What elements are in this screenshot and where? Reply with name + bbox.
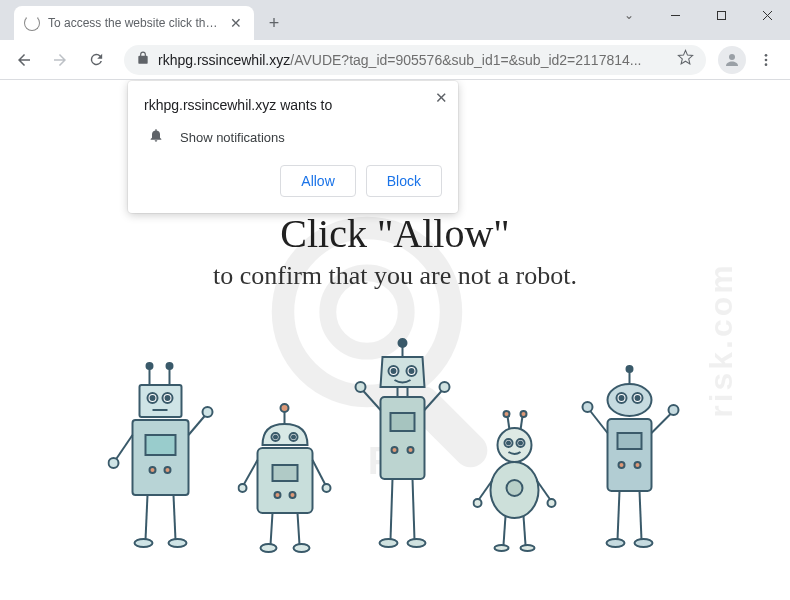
allow-button[interactable]: Allow [280, 165, 355, 197]
svg-point-78 [507, 442, 510, 445]
svg-rect-61 [391, 413, 415, 431]
svg-point-27 [109, 458, 119, 468]
browser-tab[interactable]: To access the website click the "A ✕ [14, 6, 254, 40]
url-text: rkhpg.rssincewhil.xyz/AVUDE?tag_id=90557… [158, 52, 669, 68]
svg-line-48 [271, 513, 273, 545]
svg-line-102 [590, 410, 608, 433]
svg-point-45 [239, 484, 247, 492]
svg-line-64 [363, 390, 381, 410]
kebab-menu-icon[interactable] [750, 44, 782, 76]
close-tab-icon[interactable]: ✕ [228, 15, 244, 31]
browser-toolbar: rkhpg.rssincewhil.xyz/AVUDE?tag_id=90557… [0, 40, 790, 80]
svg-point-5 [765, 54, 768, 57]
bell-icon [148, 127, 164, 147]
svg-line-108 [640, 491, 642, 540]
svg-line-74 [521, 416, 523, 430]
svg-point-109 [635, 539, 653, 547]
svg-line-30 [146, 495, 148, 540]
profile-avatar-button[interactable] [718, 46, 746, 74]
svg-point-55 [392, 369, 396, 373]
new-tab-button[interactable]: + [260, 9, 288, 37]
svg-point-80 [519, 442, 522, 445]
svg-line-104 [652, 413, 672, 433]
svg-point-51 [294, 544, 310, 552]
svg-point-18 [151, 396, 155, 400]
svg-point-67 [440, 382, 450, 392]
svg-rect-98 [608, 419, 652, 491]
svg-point-29 [203, 407, 213, 417]
svg-point-84 [474, 499, 482, 507]
robot-2-icon [238, 400, 333, 560]
svg-rect-23 [146, 435, 176, 455]
svg-line-44 [244, 460, 258, 485]
svg-point-4 [729, 54, 735, 60]
svg-rect-41 [273, 465, 298, 481]
tab-dropdown-icon[interactable]: ⌄ [606, 0, 652, 30]
svg-line-26 [116, 435, 133, 460]
svg-line-46 [313, 460, 326, 485]
svg-point-25 [165, 467, 171, 473]
svg-line-106 [618, 491, 620, 540]
svg-point-52 [399, 339, 407, 347]
svg-point-82 [507, 480, 523, 496]
block-button[interactable]: Block [366, 165, 442, 197]
window-titlebar: To access the website click the "A ✕ + ⌄ [0, 0, 790, 40]
svg-line-66 [425, 390, 443, 410]
svg-point-42 [275, 492, 281, 498]
svg-rect-1 [717, 11, 725, 19]
svg-point-34 [281, 404, 289, 412]
svg-point-49 [261, 544, 277, 552]
svg-point-88 [495, 545, 509, 551]
svg-point-20 [166, 396, 170, 400]
svg-point-62 [392, 447, 398, 453]
svg-point-15 [167, 363, 173, 369]
maximize-button[interactable] [698, 0, 744, 30]
svg-point-103 [583, 402, 593, 412]
lock-icon [136, 51, 150, 69]
svg-point-39 [292, 436, 295, 439]
svg-point-43 [290, 492, 296, 498]
svg-point-93 [608, 384, 652, 416]
robot-3-icon [353, 335, 453, 560]
svg-point-73 [504, 411, 510, 417]
svg-point-65 [356, 382, 366, 392]
svg-point-7 [765, 63, 768, 66]
bookmark-star-icon[interactable] [677, 49, 694, 70]
robot-1-icon [108, 360, 218, 560]
close-dialog-icon[interactable]: ✕ [435, 89, 448, 107]
svg-rect-99 [618, 433, 642, 449]
svg-point-33 [169, 539, 187, 547]
svg-point-95 [620, 396, 624, 400]
svg-line-70 [413, 479, 415, 540]
svg-point-107 [607, 539, 625, 547]
svg-point-90 [521, 545, 535, 551]
address-bar[interactable]: rkhpg.rssincewhil.xyz/AVUDE?tag_id=90557… [124, 45, 706, 75]
svg-point-86 [548, 499, 556, 507]
svg-line-28 [189, 415, 206, 435]
svg-line-87 [504, 516, 506, 545]
svg-point-71 [408, 539, 426, 547]
notification-permission-dialog: ✕ rkhpg.rssincewhil.xyz wants to Show no… [128, 81, 458, 213]
page-headline: Click "Allow" [0, 210, 790, 257]
svg-point-57 [410, 369, 414, 373]
svg-point-76 [498, 428, 532, 462]
permission-origin-text: rkhpg.rssincewhil.xyz wants to [144, 97, 442, 113]
permission-request-text: Show notifications [180, 130, 285, 145]
forward-button[interactable] [44, 44, 76, 76]
close-window-button[interactable] [744, 0, 790, 30]
robot-5-icon [578, 365, 683, 560]
svg-line-68 [391, 479, 393, 540]
svg-rect-22 [133, 420, 189, 495]
minimize-button[interactable] [652, 0, 698, 30]
svg-line-50 [298, 513, 300, 545]
svg-point-69 [380, 539, 398, 547]
loading-favicon-icon [24, 15, 40, 31]
svg-point-37 [274, 436, 277, 439]
reload-button[interactable] [80, 44, 112, 76]
back-button[interactable] [8, 44, 40, 76]
svg-point-105 [669, 405, 679, 415]
svg-point-31 [135, 539, 153, 547]
svg-point-6 [765, 58, 768, 61]
svg-line-89 [524, 516, 526, 545]
svg-point-24 [150, 467, 156, 473]
